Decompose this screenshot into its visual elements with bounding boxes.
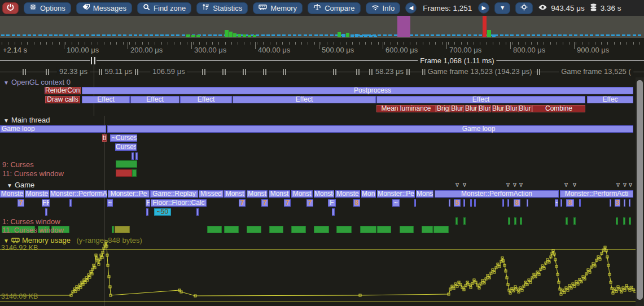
plot-tick[interactable]	[566, 217, 568, 225]
histogram-bar[interactable]	[492, 34, 496, 37]
zone[interactable]: Monster::Pe	[377, 190, 415, 198]
plot-bar[interactable]	[207, 226, 222, 233]
section-header-main-thread[interactable]: ▼Main thread	[3, 116, 50, 124]
zone[interactable]	[527, 199, 528, 207]
statistics-button[interactable]: Statistics	[196, 2, 248, 14]
message-marker-icon[interactable]: ∇	[513, 182, 516, 188]
subframe-label[interactable]: Game frame 13,523 (194.23 μs)	[425, 67, 534, 76]
frame-label[interactable]: Frame 1,068 (1.11 ms)	[418, 56, 496, 65]
plot-bar[interactable]	[433, 226, 449, 233]
zone[interactable]: Game::Replay	[150, 190, 198, 198]
section-header-opengl[interactable]: ▼OpenGL context 0	[3, 78, 71, 86]
zone[interactable]: Missed	[199, 190, 224, 198]
message-marker-icon[interactable]: ∇	[629, 182, 632, 188]
histogram-bar[interactable]	[191, 35, 195, 37]
zone[interactable]: Monste	[335, 190, 360, 198]
plot-bar[interactable]	[400, 226, 414, 233]
histogram-bar[interactable]	[360, 35, 363, 37]
zone[interactable]: Monst	[269, 190, 290, 198]
subframe-label[interactable]: 58.23 μs	[373, 67, 406, 76]
plot-bar[interactable]	[116, 169, 132, 177]
histogram-bar[interactable]	[364, 34, 367, 37]
plot-bar[interactable]	[291, 226, 306, 233]
next-frame-button[interactable]: ▶	[478, 2, 489, 14]
zone[interactable]	[624, 199, 625, 207]
plot-bar[interactable]	[336, 226, 352, 233]
histogram-bar[interactable]	[243, 34, 246, 37]
plot-bar[interactable]	[112, 226, 114, 233]
plot-bar[interactable]	[422, 226, 433, 233]
zone[interactable]: Effect	[233, 96, 376, 103]
options-button[interactable]: Options	[24, 2, 71, 14]
histogram-bar[interactable]	[229, 32, 233, 37]
zone[interactable]: 8	[566, 199, 574, 207]
histogram-bar[interactable]	[483, 16, 487, 37]
zone[interactable]: Blur	[478, 105, 491, 112]
section-header-game[interactable]: ▼Game	[7, 181, 34, 189]
zone[interactable]	[45, 208, 47, 216]
histogram-bar[interactable]	[374, 36, 377, 37]
message-marker-icon[interactable]: ∇	[616, 182, 620, 188]
message-marker-icon[interactable]: ∇	[564, 182, 568, 188]
histogram-bar[interactable]	[369, 35, 373, 37]
zone[interactable]: ~	[107, 199, 113, 207]
message-marker-icon[interactable]: ∇	[455, 182, 459, 188]
histogram-bar[interactable]	[233, 33, 236, 37]
zone[interactable]: Effect	[376, 96, 585, 103]
memory-button[interactable]: Memory	[253, 2, 303, 14]
plot-tick[interactable]	[573, 217, 576, 225]
plot-bar[interactable]	[314, 226, 329, 233]
zone[interactable]: Monste	[314, 190, 334, 198]
zone[interactable]: Monst	[247, 190, 268, 198]
zone[interactable]: RenderCont	[45, 87, 81, 94]
zone[interactable]: Mons	[361, 190, 376, 198]
zone[interactable]: 7	[261, 199, 268, 207]
zone[interactable]: Monster::PerformActi	[560, 190, 633, 198]
zone[interactable]: Combine	[532, 105, 585, 112]
zone[interactable]	[332, 208, 335, 216]
zone[interactable]: Draw calls	[45, 96, 80, 103]
zone[interactable]: Monster::Pe	[108, 190, 150, 198]
frame-select-button[interactable]: ▼	[494, 2, 510, 14]
zone[interactable]: Blur	[505, 105, 518, 112]
zone[interactable]	[474, 199, 476, 207]
zone[interactable]: Monste	[0, 190, 24, 198]
zone[interactable]: Game loop	[0, 125, 106, 133]
plot-bar[interactable]	[377, 226, 391, 233]
zone[interactable]: ~	[392, 199, 400, 207]
subframe-label[interactable]: 106.59 μs	[150, 67, 187, 76]
zone[interactable]: 5	[454, 199, 461, 207]
zone[interactable]: ~	[555, 199, 558, 207]
zone[interactable]: Blur	[465, 105, 477, 112]
goto-frame-button[interactable]	[515, 2, 533, 14]
histogram-bar[interactable]	[225, 30, 229, 37]
frame-histogram[interactable]	[0, 16, 644, 38]
zone[interactable]: FF	[42, 199, 50, 207]
zone[interactable]: 7	[17, 199, 24, 207]
plot-tick[interactable]	[629, 217, 631, 225]
zone[interactable]: F	[328, 199, 336, 207]
plot-bar[interactable]	[115, 226, 130, 233]
histogram-bar[interactable]	[248, 35, 251, 37]
zone[interactable]: 7	[239, 199, 246, 207]
histogram-bar[interactable]	[487, 30, 491, 37]
zone[interactable]	[69, 199, 72, 207]
plot-tick[interactable]	[508, 217, 510, 225]
subframe-label[interactable]: Game frame 13,525 (	[559, 67, 633, 76]
plot-tick[interactable]	[455, 217, 458, 225]
zone[interactable]: Effect	[130, 96, 179, 103]
histogram-bar[interactable]	[351, 34, 354, 37]
zone[interactable]: Brigh	[436, 105, 450, 112]
histogram-bar[interactable]	[338, 32, 341, 37]
message-marker-icon[interactable]: ∇	[463, 182, 466, 188]
plot-tick[interactable]	[623, 217, 625, 225]
zone[interactable]	[463, 199, 465, 207]
zone[interactable]: Mean luminance	[376, 105, 436, 112]
zone[interactable]	[135, 152, 138, 160]
zone[interactable]	[107, 125, 633, 133]
zone[interactable]: ~50	[154, 208, 171, 216]
zone[interactable]: 8	[353, 199, 360, 207]
subframe-label[interactable]: 92.33 μs	[57, 67, 90, 76]
zone[interactable]	[560, 199, 562, 207]
zone[interactable]: ti	[102, 134, 107, 142]
